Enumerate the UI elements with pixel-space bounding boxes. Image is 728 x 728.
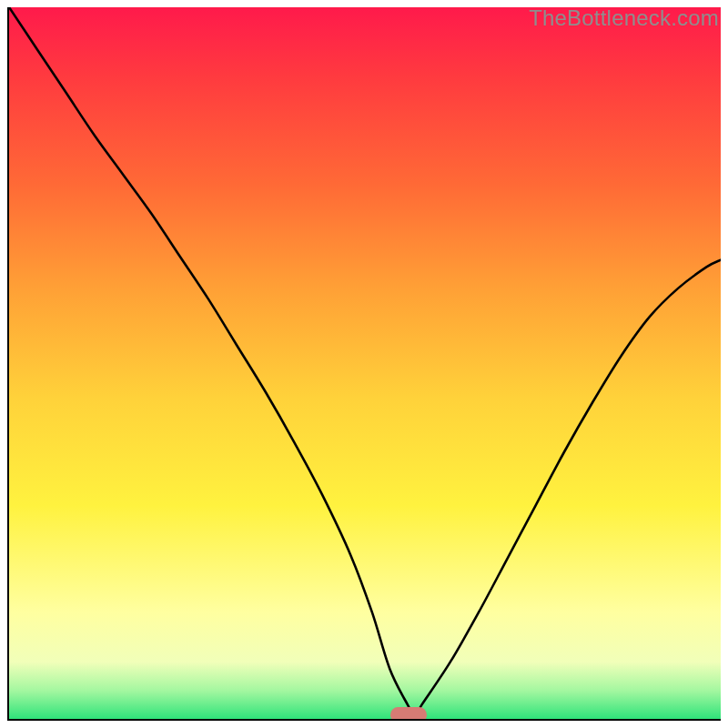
watermark-text: TheBottleneck.com <box>529 5 719 31</box>
optimal-point-marker <box>390 707 426 721</box>
bottleneck-curve-path <box>9 7 721 715</box>
plot-area <box>7 7 721 721</box>
bottleneck-chart: TheBottleneck.com <box>0 0 728 728</box>
curve-layer <box>9 7 721 719</box>
